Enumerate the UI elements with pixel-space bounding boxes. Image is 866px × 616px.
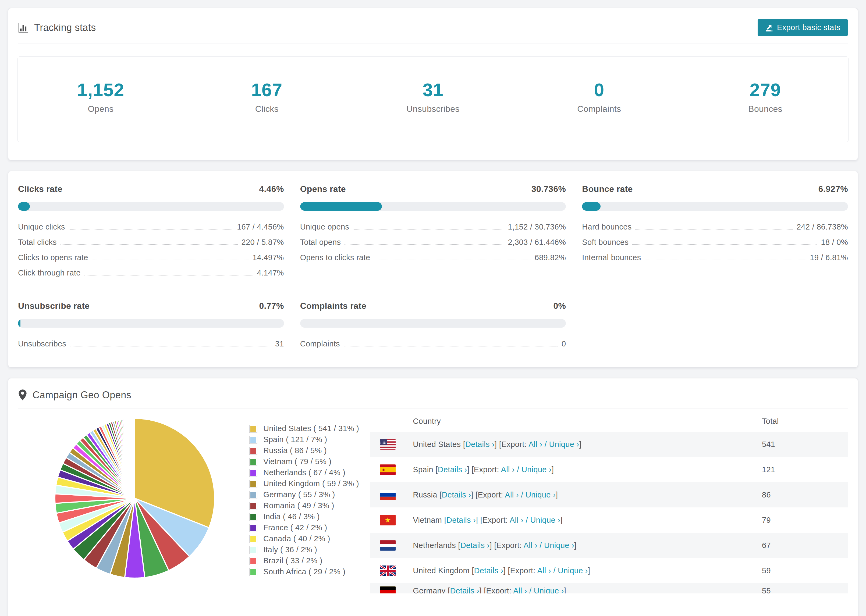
rate-title: Complaints rate	[300, 301, 366, 311]
export-unique-link[interactable]: Unique ›	[521, 465, 552, 474]
pie-slice[interactable]	[134, 418, 135, 498]
geo-content: United States ( 541 / 31% )Spain ( 121 /…	[8, 409, 858, 593]
export-all-link[interactable]: All ›	[510, 516, 523, 524]
export-all-link[interactable]: All ›	[513, 586, 527, 593]
rate-row: Hard bounces242 / 86.738%	[582, 223, 848, 231]
stat-cell-opens: 1,152Opens	[18, 57, 184, 142]
legend-color-chip	[249, 546, 257, 554]
rate-row-label: Unsubscribes	[18, 339, 66, 348]
rate-row-value: 689.82%	[535, 253, 566, 262]
export-prefix: Export:	[486, 586, 513, 593]
rate-row-value: 14.497%	[252, 253, 284, 262]
details-link[interactable]: Details ›	[465, 440, 494, 449]
legend-item-vietnam: Vietnam ( 79 / 5% )	[249, 456, 359, 467]
bracket: [	[463, 440, 465, 449]
export-unique-link[interactable]: Unique ›	[526, 490, 556, 499]
rate-row-value: 167 / 4.456%	[237, 223, 284, 231]
dotted-leader	[632, 244, 817, 245]
legend-item-united-states: United States ( 541 / 31% )	[249, 423, 359, 434]
geo-table-row-germany: Germany [Details ›] [Export: All › / Uni…	[370, 583, 848, 593]
bracket: ] [	[490, 541, 496, 550]
export-unique-link[interactable]: Unique ›	[534, 586, 564, 593]
export-all-link[interactable]: All ›	[501, 465, 515, 474]
slash: /	[527, 586, 534, 593]
stat-label: Bounces	[685, 104, 846, 114]
us-flag-icon	[380, 439, 395, 449]
export-basic-stats-label: Export basic stats	[777, 23, 841, 32]
legend-label: Brazil ( 33 / 2% )	[263, 555, 323, 566]
total-value: 79	[762, 516, 842, 525]
rate-rows: Unsubscribes31	[18, 339, 284, 348]
export-unique-link[interactable]: Unique ›	[549, 440, 579, 449]
rate-block-complaints-rate: Complaints rate0%Complaints0	[300, 301, 566, 348]
rate-percentage: 30.736%	[531, 184, 566, 194]
geo-pie-chart[interactable]	[52, 416, 217, 593]
rate-row-value: 0	[562, 339, 566, 348]
stat-value: 167	[187, 79, 347, 100]
rate-row: Total clicks220 / 5.87%	[18, 238, 284, 247]
rate-head: Clicks rate4.46%	[18, 184, 284, 194]
rate-row-label: Soft bounces	[582, 238, 628, 247]
stat-value: 0	[519, 79, 679, 100]
rate-rows: Unique clicks167 / 4.456%Total clicks220…	[18, 223, 284, 277]
export-prefix: Export:	[478, 490, 505, 499]
details-link[interactable]: Details ›	[474, 566, 504, 575]
details-link[interactable]: Details ›	[450, 586, 479, 593]
rate-block-unsubscribe-rate: Unsubscribe rate0.77%Unsubscribes31	[18, 301, 284, 348]
legend-label: India ( 46 / 3% )	[263, 511, 320, 522]
ru-flag-icon	[380, 490, 395, 500]
details-link[interactable]: Details ›	[442, 490, 471, 499]
export-unique-link[interactable]: Unique ›	[558, 566, 588, 575]
legend-color-chip	[249, 557, 257, 565]
stat-value: 31	[353, 79, 513, 100]
rate-row-label: Hard bounces	[582, 223, 631, 231]
export-unique-link[interactable]: Unique ›	[544, 541, 574, 550]
tracking-stats-card: Tracking stats Export basic stats 1,152O…	[8, 8, 858, 160]
legend-label: Vietnam ( 79 / 5% )	[263, 456, 331, 467]
country-cell: Spain [Details ›] [Export: All › / Uniqu…	[413, 465, 762, 474]
rate-title: Opens rate	[300, 184, 346, 194]
export-all-link[interactable]: All ›	[529, 440, 542, 449]
legend-color-chip	[249, 458, 257, 466]
stat-cell-unsubscribes: 31Unsubscribes	[350, 57, 516, 142]
rate-row-value: 19 / 6.81%	[810, 253, 848, 262]
geo-opens-header: Campaign Geo Opens	[8, 379, 858, 409]
map-pin-icon	[18, 389, 27, 401]
rate-row-value: 2,303 / 61.446%	[508, 238, 566, 247]
details-link[interactable]: Details ›	[460, 541, 490, 550]
rate-row-label: Opens to clicks rate	[300, 253, 370, 262]
stat-label: Clicks	[187, 104, 347, 114]
total-value: 121	[762, 465, 842, 474]
flag-cell	[380, 566, 413, 576]
geo-table: CountryTotalUnited States [Details ›] [E…	[370, 411, 848, 593]
dotted-leader	[374, 259, 531, 260]
legend-item-romania: Romania ( 49 / 3% )	[249, 500, 359, 511]
legend-color-chip	[249, 568, 257, 576]
rate-rows: Unique opens1,152 / 30.736%Total opens2,…	[300, 223, 566, 262]
stat-label: Complaints	[519, 104, 679, 114]
rate-row-label: Click through rate	[18, 269, 81, 277]
legend-color-chip	[249, 480, 257, 488]
export-unique-link[interactable]: Unique ›	[530, 516, 560, 524]
export-prefix: Export:	[496, 541, 524, 550]
geo-table-row-vietnam: Vietnam [Details ›] [Export: All › / Uni…	[370, 508, 848, 533]
stats-summary-box: 1,152Opens167Clicks31Unsubscribes0Compla…	[17, 57, 849, 142]
geo-table-header-country: Country	[413, 417, 762, 426]
flag-cell	[380, 490, 413, 500]
export-all-link[interactable]: All ›	[524, 541, 537, 550]
geo-table-row-russia: Russia [Details ›] [Export: All › / Uniq…	[370, 482, 848, 508]
legend-color-chip	[249, 425, 257, 433]
flag-cell	[380, 540, 413, 551]
bracket: ] [	[467, 465, 474, 474]
details-link[interactable]: Details ›	[446, 516, 476, 524]
legend-item-india: India ( 46 / 3% )	[249, 511, 359, 522]
export-all-link[interactable]: All ›	[505, 490, 518, 499]
rate-progress-fill	[300, 202, 382, 211]
export-all-link[interactable]: All ›	[537, 566, 551, 575]
es-flag-icon	[380, 464, 395, 475]
details-link[interactable]: Details ›	[438, 465, 467, 474]
export-basic-stats-button[interactable]: Export basic stats	[757, 19, 848, 36]
rate-row-label: Clicks to opens rate	[18, 253, 88, 262]
total-value: 59	[762, 566, 842, 575]
export-prefix: Export:	[474, 465, 501, 474]
